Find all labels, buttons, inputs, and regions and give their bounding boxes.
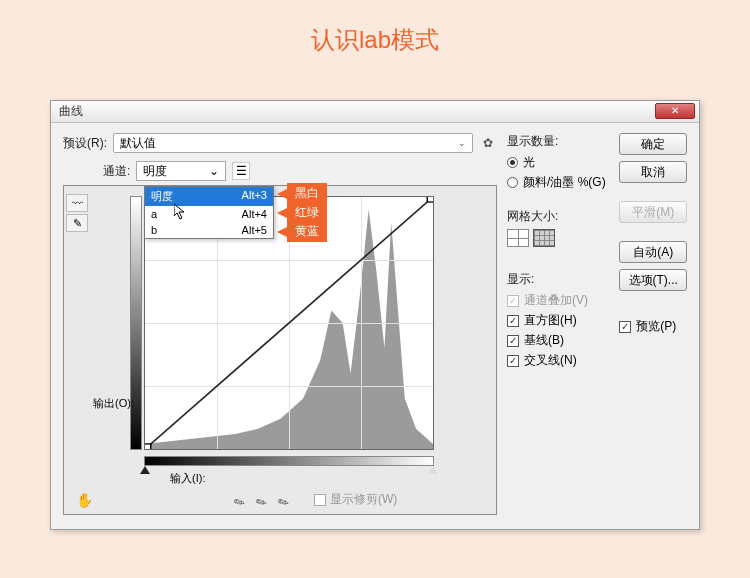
dialog-title: 曲线 xyxy=(59,103,83,120)
gear-icon[interactable]: ✿ xyxy=(479,134,497,152)
checkbox-icon xyxy=(619,321,631,333)
grid-size-label: 网格大小: xyxy=(507,208,611,225)
svg-rect-2 xyxy=(145,444,151,449)
checkbox-icon xyxy=(507,335,519,347)
dropdown-item-label: b xyxy=(151,224,157,236)
radio-light[interactable]: 光 xyxy=(507,154,611,171)
arrow-icon xyxy=(277,227,287,237)
curves-dialog: 曲线 ✕ 预设(R): 默认值 ⌄ ✿ 通道: 明度 ⌄ ☰ xyxy=(50,100,700,530)
curve-frame: 〰 ✎ xyxy=(63,185,497,515)
radio-icon xyxy=(507,157,518,168)
annotation-rg: 红绿 xyxy=(287,202,327,223)
checkbox-label: 通道叠加(V) xyxy=(524,292,588,309)
output-label: 输出(O): xyxy=(82,396,134,411)
dropdown-item-shortcut: Alt+4 xyxy=(242,208,267,220)
grid-small-button[interactable] xyxy=(507,229,529,247)
checkbox-label: 直方图(H) xyxy=(524,312,577,329)
input-label: 输入(I): xyxy=(170,471,205,486)
preset-select[interactable]: 默认值 ⌄ xyxy=(113,133,473,153)
smooth-button[interactable]: 平滑(M) xyxy=(619,201,687,223)
preview-checkbox[interactable]: 预览(P) xyxy=(619,318,687,335)
curve-tool-point[interactable]: 〰 xyxy=(66,194,88,212)
radio-label: 光 xyxy=(523,154,535,171)
dropdown-item-a[interactable]: a Alt+4 xyxy=(145,206,273,222)
ok-button[interactable]: 确定 xyxy=(619,133,687,155)
dropdown-item-label: a xyxy=(151,208,157,220)
show-clipping-checkbox[interactable] xyxy=(314,494,326,506)
channel-label: 通道: xyxy=(103,163,130,180)
checkbox-label: 基线(B) xyxy=(524,332,564,349)
radio-icon xyxy=(507,177,518,188)
arrow-icon xyxy=(277,189,287,199)
check-cross[interactable]: 交叉线(N) xyxy=(507,352,611,369)
dropdown-item-shortcut: Alt+5 xyxy=(242,224,267,236)
preset-label: 预设(R): xyxy=(63,135,107,152)
chevron-down-icon: ⌄ xyxy=(458,138,466,148)
channel-select[interactable]: 明度 ⌄ xyxy=(136,161,226,181)
annotation-bw: 黑白 xyxy=(287,183,327,204)
curve-tool-pencil[interactable]: ✎ xyxy=(66,214,88,232)
check-baseline[interactable]: 基线(B) xyxy=(507,332,611,349)
check-overlay[interactable]: 通道叠加(V) xyxy=(507,292,611,309)
channel-dropdown[interactable]: 明度 Alt+3 a Alt+4 b Alt+5 xyxy=(144,186,274,239)
grid-large-button[interactable] xyxy=(533,229,555,247)
annotation-yb: 黄蓝 xyxy=(287,221,327,242)
close-button[interactable]: ✕ xyxy=(655,103,695,119)
channel-value: 明度 xyxy=(143,163,167,180)
chevron-down-icon: ⌄ xyxy=(209,164,219,178)
amount-group-label: 显示数量: xyxy=(507,133,611,150)
radio-label: 颜料/油墨 %(G) xyxy=(523,174,606,191)
black-point-slider[interactable] xyxy=(140,466,150,474)
auto-button[interactable]: 自动(A) xyxy=(619,241,687,263)
checkbox-icon xyxy=(507,315,519,327)
titlebar: 曲线 ✕ xyxy=(51,101,699,123)
white-point-slider[interactable] xyxy=(428,466,438,474)
checkbox-label: 交叉线(N) xyxy=(524,352,577,369)
checkbox-icon xyxy=(507,355,519,367)
checkbox-icon xyxy=(507,295,519,307)
radio-pigment[interactable]: 颜料/油墨 %(G) xyxy=(507,174,611,191)
gradient-vertical xyxy=(130,196,142,450)
preset-value: 默认值 xyxy=(120,135,156,152)
show-group-label: 显示: xyxy=(507,271,611,288)
dropdown-item-label: 明度 xyxy=(151,189,173,204)
arrow-icon xyxy=(277,208,287,218)
page-title: 认识lab模式 xyxy=(0,0,750,56)
svg-rect-3 xyxy=(427,197,433,202)
eyedropper-white-icon[interactable]: ✎ xyxy=(275,490,298,512)
eyedropper-black-icon[interactable]: ✎ xyxy=(231,490,254,512)
auto-icon[interactable]: ☰ xyxy=(232,162,250,180)
dropdown-item-b[interactable]: b Alt+5 xyxy=(145,222,273,238)
preview-label: 预览(P) xyxy=(636,318,676,335)
cursor-icon xyxy=(174,204,186,220)
dropdown-item-lightness[interactable]: 明度 Alt+3 xyxy=(145,187,273,206)
check-histogram[interactable]: 直方图(H) xyxy=(507,312,611,329)
options-button[interactable]: 选项(T)... xyxy=(619,269,687,291)
gradient-horizontal xyxy=(144,456,434,466)
show-clipping-label: 显示修剪(W) xyxy=(330,491,397,508)
svg-marker-4 xyxy=(174,204,184,219)
cancel-button[interactable]: 取消 xyxy=(619,161,687,183)
dropdown-item-shortcut: Alt+3 xyxy=(242,189,267,204)
eyedropper-gray-icon[interactable]: ✎ xyxy=(253,490,276,512)
hand-icon[interactable]: ✋ xyxy=(76,492,98,510)
